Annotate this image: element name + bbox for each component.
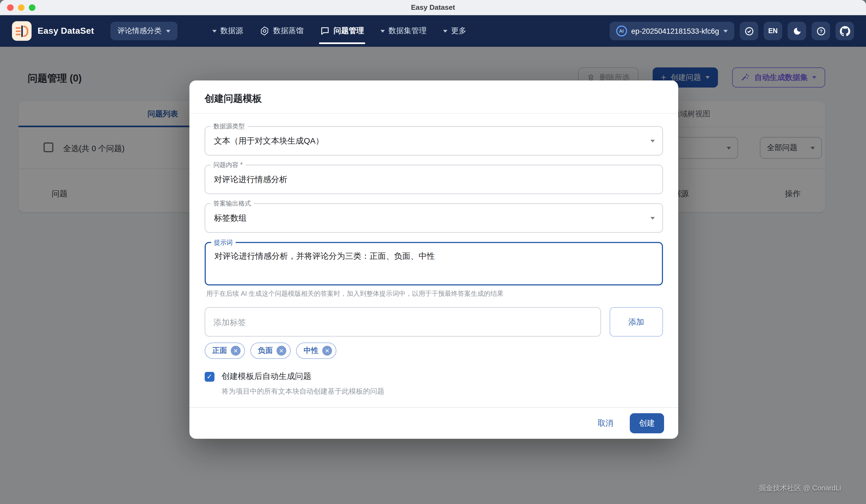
navbar-right: AI ep-20250412181533-kfc6g EN ? <box>609 22 854 40</box>
nav-label: 数据集管理 <box>389 26 427 36</box>
watermark: 掘金技术社区 @ ConardLi <box>759 483 841 493</box>
main-nav: 数据源 数据蒸馏 问题管理 数据集管理 更多 <box>212 15 466 47</box>
remove-tag-icon[interactable]: ✕ <box>231 346 241 356</box>
cancel-button[interactable]: 取消 <box>592 414 619 433</box>
model-name: ep-20250412181533-kfc6g <box>631 27 719 35</box>
field-value: 文本（用于对文本块生成QA） <box>214 136 324 146</box>
tag-label: 正面 <box>212 346 227 356</box>
chevron-down-icon <box>723 30 728 32</box>
checkbox-helper-text: 将为项目中的所有文本块自动创建基于此模板的问题 <box>222 387 663 396</box>
nav-item-distill[interactable]: 数据蒸馏 <box>260 15 304 47</box>
minimize-window-button[interactable] <box>18 4 24 11</box>
nav-label: 数据蒸馏 <box>273 26 304 36</box>
language-label: EN <box>768 27 778 35</box>
app-logo-icon <box>12 21 32 41</box>
question-content-input[interactable]: 问题内容 * 对评论进行情感分析 <box>205 165 663 194</box>
answer-format-select[interactable]: 答案输出格式 标签数组 <box>205 203 663 233</box>
chevron-down-icon <box>651 217 655 219</box>
ai-icon: AI <box>616 25 627 36</box>
chevron-down-icon <box>212 30 216 32</box>
nav-label: 数据源 <box>220 26 243 36</box>
modal-title: 创建问题模板 <box>189 80 678 113</box>
nav-item-more[interactable]: 更多 <box>443 15 466 47</box>
nav-item-datasource[interactable]: 数据源 <box>212 15 243 47</box>
remove-tag-icon[interactable]: ✕ <box>322 346 332 356</box>
model-selector[interactable]: AI ep-20250412181533-kfc6g <box>609 22 734 40</box>
auto-generate-checkbox[interactable]: ✓ <box>205 371 214 381</box>
tag-row: 添加 <box>205 307 663 336</box>
traffic-lights <box>7 4 35 11</box>
modal-body: 数据源类型 文本（用于对文本块生成QA） 问题内容 * 对评论进行情感分析 答案… <box>189 114 678 407</box>
field-label: 数据源类型 <box>211 122 247 130</box>
window-title: Easy Dataset <box>411 3 455 11</box>
moon-icon <box>792 26 801 36</box>
chevron-down-icon <box>166 30 170 32</box>
create-template-modal: 创建问题模板 数据源类型 文本（用于对文本块生成QA） 问题内容 * 对评论进行… <box>189 80 678 439</box>
dark-mode-button[interactable] <box>788 22 806 40</box>
add-tag-button[interactable]: 添加 <box>610 307 663 336</box>
titlebar: Easy Dataset <box>0 0 866 15</box>
datasource-type-select[interactable]: 数据源类型 文本（用于对文本块生成QA） <box>205 126 663 156</box>
field-label: 提示词 <box>211 239 235 246</box>
nav-label: 问题管理 <box>334 26 364 36</box>
task-status-button[interactable] <box>740 22 758 40</box>
tag-label: 中性 <box>304 346 319 356</box>
nav-label: 更多 <box>451 26 466 36</box>
tag-chips: 正面 ✕ 负面 ✕ 中性 ✕ <box>205 343 663 359</box>
create-button[interactable]: 创建 <box>630 413 664 433</box>
checkbox-label: 创建模板后自动生成问题 <box>222 371 311 382</box>
language-toggle-button[interactable]: EN <box>764 22 782 40</box>
chevron-down-icon <box>651 139 655 142</box>
add-tag-input[interactable] <box>205 307 601 336</box>
tag-chip[interactable]: 负面 ✕ <box>251 343 291 359</box>
auto-generate-row: ✓ 创建模板后自动生成问题 <box>205 371 663 382</box>
chevron-down-icon <box>443 30 447 32</box>
prompt-textarea[interactable]: 提示词 对评论进行情感分析，并将评论分为三类：正面、负面、中性 <box>205 242 663 285</box>
app-window: Easy Dataset Easy DataSet 评论情感分类 数据源 数据蒸… <box>0 0 866 504</box>
navbar: Easy DataSet 评论情感分类 数据源 数据蒸馏 问题管理 <box>0 15 866 47</box>
close-window-button[interactable] <box>7 4 14 11</box>
chat-icon <box>320 26 330 36</box>
github-button[interactable] <box>835 22 854 40</box>
active-tab-underline <box>319 42 365 44</box>
brand-name: Easy DataSet <box>37 26 94 36</box>
remove-tag-icon[interactable]: ✕ <box>277 346 286 356</box>
field-value: 标签数组 <box>214 213 247 223</box>
nav-item-questions[interactable]: 问题管理 <box>320 15 364 47</box>
project-name: 评论情感分类 <box>118 26 162 36</box>
field-value: 对评论进行情感分析，并将评论分为三类：正面、负面、中性 <box>214 251 435 262</box>
field-value: 对评论进行情感分析 <box>214 174 287 185</box>
chevron-down-icon <box>380 30 385 32</box>
field-label: 问题内容 * <box>211 161 245 169</box>
prompt-helper-text: 用于在后续 AI 生成这个问题模版相关的答案时，加入到整体提示词中，以用于干预最… <box>206 289 663 298</box>
project-selector[interactable]: 评论情感分类 <box>111 22 177 40</box>
zoom-window-button[interactable] <box>29 4 35 11</box>
tag-label: 负面 <box>258 346 273 356</box>
question-circle-icon: ? <box>815 26 826 36</box>
check-circle-icon <box>744 26 754 36</box>
distill-icon <box>260 26 269 36</box>
svg-text:?: ? <box>820 28 822 34</box>
tag-chip[interactable]: 正面 ✕ <box>205 343 245 359</box>
field-label: 答案输出格式 <box>211 199 254 207</box>
github-icon <box>840 26 850 36</box>
modal-footer: 取消 创建 <box>189 407 678 439</box>
help-button[interactable]: ? <box>812 22 830 40</box>
tag-chip[interactable]: 中性 ✕ <box>296 343 336 359</box>
nav-item-datasets[interactable]: 数据集管理 <box>380 15 427 47</box>
